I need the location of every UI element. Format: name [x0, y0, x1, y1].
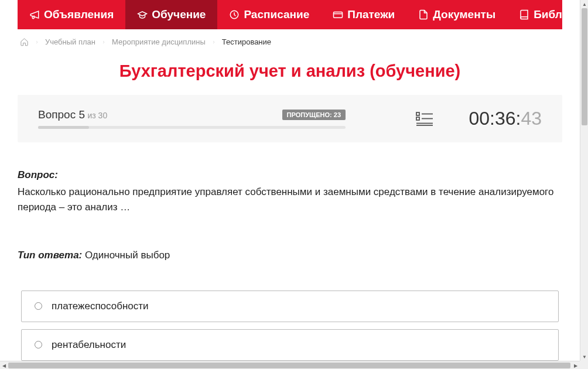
graduation-icon — [137, 9, 148, 20]
scroll-right-arrow-icon[interactable]: ▶ — [572, 361, 580, 369]
svg-rect-4 — [416, 117, 419, 120]
scroll-left-arrow-icon[interactable]: ◀ — [0, 361, 8, 369]
book-icon — [519, 9, 529, 20]
breadcrumb-plan[interactable]: Учебный план — [45, 37, 95, 46]
answer-option-1[interactable]: платежеспособности — [21, 291, 559, 322]
svg-rect-2 — [416, 112, 419, 115]
progress-fill — [38, 126, 89, 129]
answer-type-value: Одиночный выбор — [85, 250, 170, 261]
clock-icon — [229, 9, 240, 20]
home-icon[interactable] — [20, 37, 29, 46]
vertical-scrollbar[interactable]: ▲ ▼ — [580, 0, 588, 361]
scroll-down-arrow-icon[interactable]: ▼ — [580, 353, 588, 361]
question-list-icon[interactable] — [416, 111, 433, 127]
document-icon — [418, 9, 429, 20]
megaphone-icon — [29, 9, 40, 20]
radio-icon[interactable] — [35, 341, 42, 348]
main-navbar: Объявления Обучение Расписание Платежи Д… — [18, 0, 562, 29]
nav-library[interactable]: Библиотека — [507, 0, 580, 29]
scrollbar-thumb[interactable] — [582, 8, 587, 125]
scrollbar-thumb[interactable] — [8, 363, 570, 368]
nav-announcements[interactable]: Объявления — [18, 0, 125, 29]
scrollbar-corner — [580, 361, 588, 369]
answer-text: рентабельности — [52, 339, 126, 351]
answer-type-row: Тип ответа: Одиночный выбор — [0, 250, 580, 261]
nav-education[interactable]: Обучение — [125, 0, 217, 29]
timer-main: 00:36: — [469, 108, 521, 129]
answers-list: платежеспособности рентабельности — [0, 261, 580, 361]
nav-label: Платежи — [347, 8, 395, 21]
answer-type-label: Тип ответа: — [18, 250, 82, 261]
nav-label: Расписание — [244, 8, 309, 21]
question-text: Насколько рационально предприятие управл… — [18, 184, 562, 216]
question-section: Вопрос: Насколько рационально предприяти… — [0, 142, 580, 227]
nav-schedule[interactable]: Расписание — [217, 0, 321, 29]
answer-text: платежеспособности — [52, 300, 149, 312]
skipped-badge: ПРОПУЩЕНО: 23 — [282, 110, 346, 120]
nav-label: Библиотека — [534, 8, 580, 21]
breadcrumb-event[interactable]: Мероприятие дисциплины — [112, 37, 206, 46]
progress-bar — [38, 126, 346, 129]
svg-rect-1 — [334, 12, 343, 18]
breadcrumb: Учебный план Мероприятие дисциплины Тест… — [0, 29, 580, 54]
radio-icon[interactable] — [35, 302, 42, 310]
page-title: Бухгалтерский учет и анализ (обучение) — [0, 54, 580, 95]
breadcrumb-testing: Тестирование — [222, 37, 271, 46]
nav-label: Объявления — [44, 8, 114, 21]
status-bar: Вопрос 5 из 30 ПРОПУЩЕНО: 23 00:36:43 — [18, 95, 562, 142]
timer-ms: 43 — [521, 108, 542, 129]
horizontal-scrollbar[interactable]: ◀ ▶ — [0, 361, 580, 369]
question-total: из 30 — [87, 111, 107, 120]
question-number: Вопрос 5 — [38, 108, 85, 121]
scroll-up-arrow-icon[interactable]: ▲ — [580, 0, 588, 8]
chevron-right-icon — [101, 39, 106, 46]
nav-label: Обучение — [152, 8, 206, 21]
nav-documents[interactable]: Документы — [406, 0, 507, 29]
question-label: Вопрос: — [18, 169, 562, 181]
answer-option-2[interactable]: рентабельности — [21, 329, 559, 361]
card-icon — [333, 9, 343, 20]
chevron-right-icon — [35, 39, 39, 46]
nav-payments[interactable]: Платежи — [321, 0, 406, 29]
timer: 00:36:43 — [469, 108, 542, 129]
chevron-right-icon — [211, 39, 216, 46]
nav-label: Документы — [433, 8, 495, 21]
